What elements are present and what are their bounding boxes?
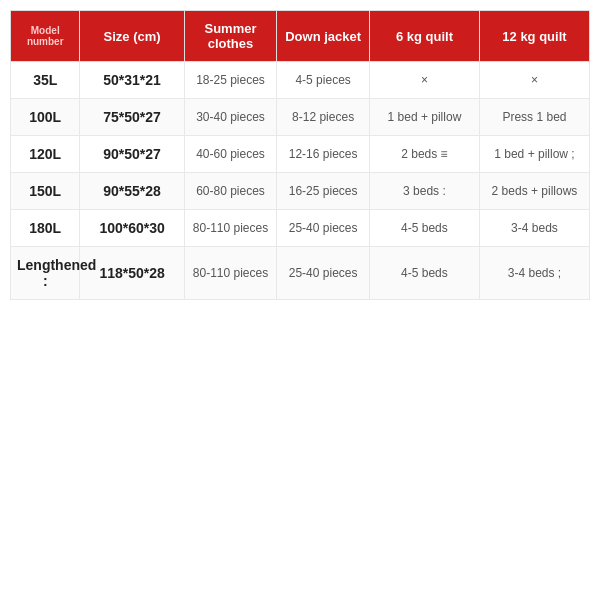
cell-model: 100L <box>11 99 80 136</box>
cell-summer: 80-110 pieces <box>184 247 277 300</box>
cell-6kg: 3 beds : <box>369 173 479 210</box>
header-12kg: 12 kg quilt <box>479 11 589 62</box>
cell-size: 100*60*30 <box>80 210 184 247</box>
cell-summer: 30-40 pieces <box>184 99 277 136</box>
product-table: Model number Size (cm) Summer clothes Do… <box>10 10 590 300</box>
cell-down: 16-25 pieces <box>277 173 370 210</box>
cell-summer: 60-80 pieces <box>184 173 277 210</box>
cell-6kg: 4-5 beds <box>369 210 479 247</box>
header-size: Size (cm) <box>80 11 184 62</box>
cell-down: 25-40 pieces <box>277 247 370 300</box>
header-model: Model number <box>11 11 80 62</box>
table-row: 100L75*50*2730-40 pieces8-12 pieces1 bed… <box>11 99 590 136</box>
cell-model: Lengthened : <box>11 247 80 300</box>
cell-size: 75*50*27 <box>80 99 184 136</box>
cell-summer: 18-25 pieces <box>184 62 277 99</box>
cell-size: 90*55*28 <box>80 173 184 210</box>
cell-12kg: 2 beds + pillows <box>479 173 589 210</box>
cell-12kg: 3-4 beds <box>479 210 589 247</box>
header-down: Down jacket <box>277 11 370 62</box>
table-row: Lengthened :118*50*2880-110 pieces25-40 … <box>11 247 590 300</box>
table-header-row: Model number Size (cm) Summer clothes Do… <box>11 11 590 62</box>
cell-model: 180L <box>11 210 80 247</box>
cell-down: 12-16 pieces <box>277 136 370 173</box>
cell-summer: 40-60 pieces <box>184 136 277 173</box>
header-6kg: 6 kg quilt <box>369 11 479 62</box>
header-summer: Summer clothes <box>184 11 277 62</box>
cell-model: 120L <box>11 136 80 173</box>
cell-6kg: 2 beds ≡ <box>369 136 479 173</box>
cell-12kg: 3-4 beds ; <box>479 247 589 300</box>
cell-model: 35L <box>11 62 80 99</box>
cell-down: 4-5 pieces <box>277 62 370 99</box>
table-row: 180L100*60*3080-110 pieces25-40 pieces4-… <box>11 210 590 247</box>
cell-size: 50*31*21 <box>80 62 184 99</box>
cell-down: 8-12 pieces <box>277 99 370 136</box>
table-row: 150L90*55*2860-80 pieces16-25 pieces3 be… <box>11 173 590 210</box>
cell-12kg: Press 1 bed <box>479 99 589 136</box>
cell-6kg: × <box>369 62 479 99</box>
table-row: 35L50*31*2118-25 pieces4-5 pieces×× <box>11 62 590 99</box>
cell-summer: 80-110 pieces <box>184 210 277 247</box>
cell-12kg: × <box>479 62 589 99</box>
cell-6kg: 4-5 beds <box>369 247 479 300</box>
cell-size: 118*50*28 <box>80 247 184 300</box>
table-row: 120L90*50*2740-60 pieces12-16 pieces2 be… <box>11 136 590 173</box>
cell-12kg: 1 bed + pillow ; <box>479 136 589 173</box>
cell-size: 90*50*27 <box>80 136 184 173</box>
cell-model: 150L <box>11 173 80 210</box>
cell-6kg: 1 bed + pillow <box>369 99 479 136</box>
table-container: Model number Size (cm) Summer clothes Do… <box>0 0 600 600</box>
cell-down: 25-40 pieces <box>277 210 370 247</box>
